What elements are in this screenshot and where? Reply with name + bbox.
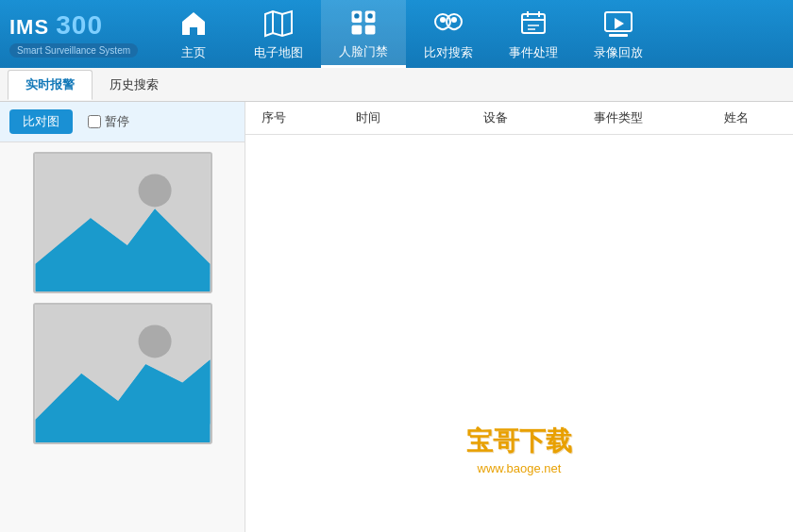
playback-icon <box>601 7 635 41</box>
nav-label-event: 事件处理 <box>509 44 558 61</box>
nav-label-playback: 录像回放 <box>594 44 643 61</box>
compare-icon <box>431 7 465 41</box>
main-content: 比对图 暂停 <box>0 102 793 532</box>
left-panel-header: 比对图 暂停 <box>0 102 245 142</box>
map-icon <box>262 7 295 41</box>
nav-item-playback[interactable]: 录像回放 <box>576 0 661 68</box>
svg-rect-6 <box>365 25 376 34</box>
nav-item-face-gate[interactable]: 人脸门禁 <box>321 0 406 68</box>
watermark-url: www.baoge.net <box>466 461 572 475</box>
col-header-time: 时间 <box>302 109 434 126</box>
nav-label-home: 主页 <box>181 44 206 61</box>
tab-history[interactable]: 历史搜索 <box>93 71 176 99</box>
svg-point-12 <box>451 17 457 23</box>
app-subtitle: Smart Surveillance System <box>9 43 138 58</box>
col-header-seq: 序号 <box>245 109 302 126</box>
home-icon <box>177 7 211 41</box>
col-header-type: 事件类型 <box>557 109 680 126</box>
image-placeholder-1 <box>33 152 212 293</box>
app-version: 300 <box>56 10 103 40</box>
watermark-text: 宝哥下载 <box>466 424 572 459</box>
nav-label-compare: 比对搜索 <box>424 44 473 61</box>
compare-view-button[interactable]: 比对图 <box>9 109 73 134</box>
col-header-name: 姓名 <box>680 109 793 126</box>
svg-rect-13 <box>522 14 545 33</box>
navbar: IMS 300 Smart Surveillance System 主页 <box>0 0 793 68</box>
nav-items: 主页 电子地图 <box>151 0 793 68</box>
svg-point-7 <box>354 13 359 18</box>
svg-point-27 <box>138 324 171 357</box>
pause-label: 暂停 <box>105 113 129 130</box>
nav-item-home[interactable]: 主页 <box>151 0 236 68</box>
left-panel: 比对图 暂停 <box>0 102 245 532</box>
nav-item-compare[interactable]: 比对搜索 <box>406 0 491 68</box>
svg-rect-5 <box>352 25 363 34</box>
svg-rect-21 <box>609 34 628 37</box>
tab-bar: 实时报警 历史搜索 <box>0 68 793 102</box>
event-icon <box>516 7 550 41</box>
svg-point-11 <box>440 17 446 23</box>
pause-area: 暂停 <box>88 113 129 130</box>
watermark: 宝哥下载 www.baoge.net <box>466 424 572 475</box>
svg-marker-20 <box>615 18 624 29</box>
svg-marker-0 <box>265 11 292 36</box>
nav-label-face-gate: 人脸门禁 <box>339 43 388 60</box>
svg-point-23 <box>138 174 171 207</box>
image-placeholder-2 <box>33 303 212 444</box>
right-panel: 序号 时间 设备 事件类型 姓名 宝哥下载 www.baoge.net <box>245 102 793 532</box>
image-list <box>0 142 245 454</box>
nav-label-map: 电子地图 <box>254 44 303 61</box>
col-header-device: 设备 <box>434 109 557 126</box>
nav-item-map[interactable]: 电子地图 <box>236 0 321 68</box>
nav-item-event[interactable]: 事件处理 <box>491 0 576 68</box>
pause-checkbox[interactable] <box>88 115 101 128</box>
app-logo: IMS 300 <box>9 10 151 41</box>
face-gate-icon <box>346 6 380 40</box>
logo-area: IMS 300 Smart Surveillance System <box>0 10 151 58</box>
table-header: 序号 时间 设备 事件类型 姓名 <box>245 102 793 135</box>
svg-point-8 <box>367 13 372 18</box>
tab-realtime[interactable]: 实时报警 <box>8 70 93 100</box>
